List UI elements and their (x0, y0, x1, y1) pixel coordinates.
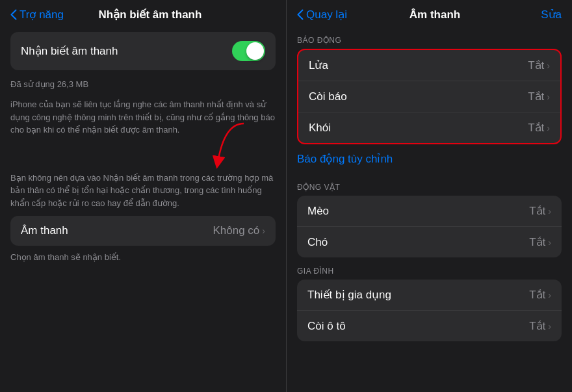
thiet-bi-gia-dung-chevron: › (548, 290, 551, 300)
thiet-bi-gia-dung-value: Tắt (529, 288, 545, 302)
left-panel: Trợ năng Nhận biết âm thanh Nhận biết âm… (0, 0, 286, 392)
right-back-button[interactable]: Quay lại (297, 8, 347, 21)
coi-o-to-row[interactable]: Còi ô tô Tắt › (297, 311, 562, 341)
sound-row-chevron: › (262, 226, 265, 236)
usage-text: Đã sử dụng 26,3 MB (0, 75, 286, 89)
coi-o-to-right: Tắt › (529, 319, 551, 333)
right-panel: Quay lại Âm thanh Sửa BÁO ĐỘNG Lửa Tắt ›… (286, 0, 572, 392)
thiet-bi-gia-dung-right: Tắt › (529, 288, 551, 302)
left-back-button[interactable]: Trợ năng (10, 8, 64, 21)
thiet-bi-gia-dung-label: Thiết bị gia dụng (307, 288, 391, 302)
gia-dinh-group: Thiết bị gia dụng Tắt › Còi ô tô Tắt › (297, 280, 562, 341)
sound-row[interactable]: Âm thanh Không có › (10, 216, 276, 246)
meo-chevron: › (548, 206, 551, 216)
bao-dong-section-label: BÁO ĐỘNG (287, 27, 572, 49)
toggle-label: Nhận biết âm thanh (21, 44, 118, 58)
cho-right: Tắt › (529, 235, 551, 249)
right-back-label: Quay lại (306, 8, 347, 21)
dong-vat-group: Mèo Tắt › Chó Tắt › (297, 196, 562, 257)
meo-row[interactable]: Mèo Tắt › (297, 196, 562, 227)
cho-label: Chó (307, 236, 328, 249)
dong-vat-section-label: ĐỘNG VẬT (287, 174, 572, 196)
coi-bao-label: Còi báo (309, 90, 347, 103)
lua-label: Lửa (309, 59, 328, 72)
coi-o-to-label: Còi ô tô (307, 320, 346, 333)
lua-chevron: › (547, 60, 550, 71)
right-nav-action[interactable]: Sửa (523, 8, 562, 21)
khoi-row[interactable]: Khói Tắt › (298, 112, 560, 143)
description-2: Bạn không nên dựa vào Nhận biết âm thanh… (0, 163, 286, 210)
left-nav-title: Nhận biết âm thanh (64, 8, 237, 21)
meo-value: Tắt (529, 204, 545, 218)
right-nav-title: Âm thanh (347, 8, 523, 21)
lua-value: Tắt (528, 59, 544, 72)
bao-dong-group: Lửa Tắt › Còi báo Tắt › Khói Tắt › (297, 49, 562, 144)
gia-dinh-section-label: GIA ĐÌNH (287, 257, 572, 280)
cho-value: Tắt (529, 235, 545, 249)
meo-label: Mèo (307, 205, 329, 218)
cho-chevron: › (548, 237, 551, 248)
coi-bao-row[interactable]: Còi báo Tắt › (298, 81, 560, 112)
left-back-label: Trợ năng (20, 8, 64, 21)
cho-row[interactable]: Chó Tắt › (297, 227, 562, 257)
sound-row-value: Không có (213, 224, 259, 237)
khoi-label: Khói (309, 122, 331, 135)
coi-o-to-chevron: › (548, 321, 551, 332)
thiet-bi-gia-dung-row[interactable]: Thiết bị gia dụng Tắt › (297, 280, 562, 311)
coi-bao-chevron: › (547, 92, 550, 102)
lua-right: Tắt › (528, 59, 550, 72)
right-nav-header: Quay lại Âm thanh Sửa (287, 0, 572, 27)
sound-card: Âm thanh Không có › (10, 216, 276, 246)
coi-bao-right: Tắt › (528, 90, 550, 103)
red-arrow (205, 117, 250, 169)
sound-row-right: Không có › (213, 224, 265, 237)
coi-o-to-value: Tắt (529, 319, 545, 333)
left-nav-header: Trợ năng Nhận biết âm thanh (0, 0, 286, 27)
meo-right: Tắt › (529, 204, 551, 218)
sound-row-label: Âm thanh (21, 224, 68, 237)
khoi-right: Tắt › (528, 121, 550, 135)
sound-recognition-card: Nhận biết âm thanh (10, 32, 276, 70)
sound-hint: Chọn âm thanh sẽ nhận biết. (0, 248, 286, 262)
lua-row[interactable]: Lửa Tắt › (298, 50, 560, 81)
coi-bao-value: Tắt (528, 90, 544, 103)
sound-recognition-toggle[interactable] (232, 41, 265, 61)
khoi-value: Tắt (528, 121, 544, 135)
khoi-chevron: › (547, 123, 550, 133)
bao-dong-tuy-chinh-link[interactable]: Báo động tùy chỉnh (287, 144, 572, 174)
